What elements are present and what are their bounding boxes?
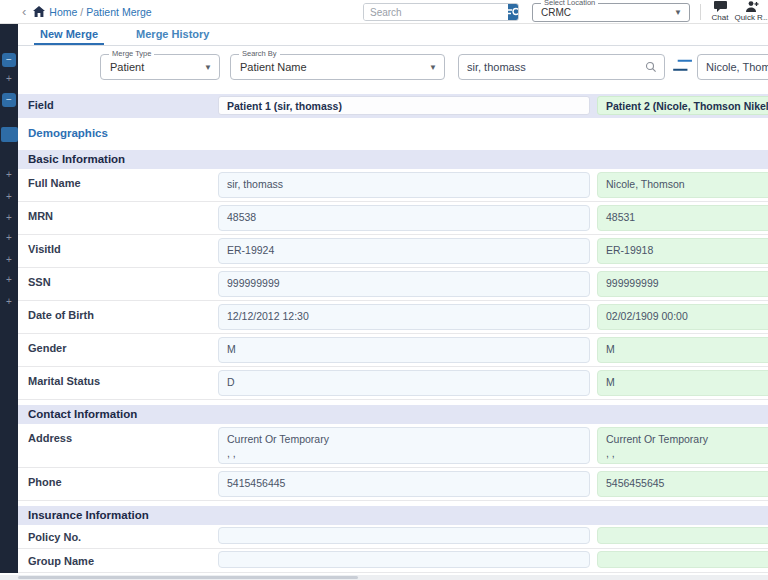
patient2-value[interactable]: M [597, 337, 768, 363]
patient2-cell: M [597, 370, 768, 396]
patient1-value[interactable] [218, 551, 590, 568]
section-header: Insurance Information [18, 506, 768, 525]
patient2-cell: 48531 [597, 205, 768, 231]
field-row: Policy No. [18, 525, 768, 549]
quick-register-button[interactable]: Quick R... [735, 1, 768, 22]
field-label: Gender [18, 337, 218, 354]
chat-icon [714, 1, 727, 12]
chat-button[interactable]: Chat [703, 1, 737, 22]
patient2-cell [597, 551, 768, 568]
patient1-value[interactable]: sir, thomass [218, 172, 590, 198]
merge-controls: Merge Type Patient ▼ Search By Patient N… [18, 46, 768, 84]
patient2-value[interactable]: 02/02/1909 00:00 [597, 304, 768, 330]
tab-merge-history[interactable]: Merge History [130, 24, 215, 45]
field-label: SSN [18, 271, 218, 288]
field-row: Full Namesir, thomassNicole, Thomson [18, 169, 768, 202]
patient2-value[interactable]: 48531 [597, 205, 768, 231]
patient1-value[interactable]: 48538 [218, 205, 590, 231]
patient2-cell [597, 527, 768, 544]
patient1-cell: M [218, 337, 590, 363]
patient1-value[interactable]: 999999999 [218, 271, 590, 297]
patient1-cell [218, 551, 590, 568]
field-label: Date of Birth [18, 304, 218, 321]
patient1-value[interactable]: D [218, 370, 590, 396]
scrollbar-thumb[interactable] [18, 576, 358, 579]
sidebar: −+−+++++++ [0, 24, 18, 573]
patient2-value[interactable]: 5456455645 [597, 471, 768, 497]
merge-content: Merge Type Patient ▼ Search By Patient N… [18, 46, 768, 575]
field-label: Address [18, 427, 218, 444]
compare-grid-header: Field Patient 1 (sir, thomass) Patient 2… [18, 94, 768, 118]
patient2-value[interactable]: Nicole, Thomson [597, 172, 768, 198]
field-row: Marital StatusDM [18, 367, 768, 400]
active-section-bar-icon[interactable] [1, 127, 18, 142]
expand-plus-icon[interactable]: + [0, 297, 18, 307]
global-search [363, 3, 519, 21]
patient1-value[interactable]: 5415456445 [218, 471, 590, 497]
expand-plus-icon[interactable]: + [0, 213, 18, 223]
merge-type-label: Merge Type [109, 50, 154, 58]
patient2-value[interactable] [597, 551, 768, 568]
merge-type-select[interactable]: Merge Type Patient ▼ [100, 54, 220, 80]
back-chevron-icon[interactable]: ‹ [22, 5, 26, 18]
collapse-minus-icon[interactable]: − [2, 93, 16, 107]
expand-plus-icon[interactable]: + [0, 255, 18, 265]
field-label: Marital Status [18, 370, 218, 387]
demographics-link[interactable]: Demographics [18, 118, 138, 147]
global-search-input[interactable] [364, 4, 508, 20]
patient2-search-input[interactable] [698, 61, 768, 73]
expand-plus-icon[interactable]: + [0, 170, 18, 180]
horizontal-scrollbar[interactable] [0, 575, 768, 580]
patient1-cell: 48538 [218, 205, 590, 231]
expand-plus-icon[interactable]: + [0, 74, 18, 84]
tab-new-merge[interactable]: New Merge [34, 24, 104, 45]
location-select[interactable]: Select Location CRMC ▼ [532, 3, 690, 22]
patient2-cell: Current Or Temporary, , [597, 427, 768, 464]
patient1-value[interactable]: Current Or Temporary, , [218, 427, 590, 464]
home-icon[interactable] [33, 6, 45, 17]
swap-patients-icon[interactable] [672, 59, 693, 74]
patient1-cell: 12/12/2012 12:30 [218, 304, 590, 330]
breadcrumb-home[interactable]: Home [49, 6, 77, 18]
field-label: Policy No. [18, 527, 218, 543]
expand-plus-icon[interactable]: + [0, 275, 18, 285]
patient1-column-header: Patient 1 (sir, thomass) [218, 96, 590, 115]
patient2-value[interactable]: ER-19918 [597, 238, 768, 264]
patient1-cell: 999999999 [218, 271, 590, 297]
patient1-value[interactable]: 12/12/2012 12:30 [218, 304, 590, 330]
patient1-value[interactable]: ER-19924 [218, 238, 590, 264]
field-label: MRN [18, 205, 218, 222]
patient2-value[interactable] [597, 527, 768, 544]
section-header: Basic Information [18, 150, 768, 169]
search-by-select[interactable]: Search By Patient Name ▼ [230, 54, 445, 80]
chevron-down-icon: ▼ [204, 63, 219, 72]
patient1-cell: Current Or Temporary, , [218, 427, 590, 464]
patient1-search-field [458, 54, 665, 80]
patient1-cell: sir, thomass [218, 172, 590, 198]
patient2-column-header: Patient 2 (Nicole, Thomson Nikelc) [597, 96, 768, 115]
chevron-down-icon: ▼ [429, 63, 444, 72]
collapse-minus-icon[interactable]: − [2, 53, 16, 67]
patient2-value[interactable]: Current Or Temporary, , [597, 427, 768, 464]
quick-register-label: Quick R... [734, 13, 768, 22]
field-row: AddressCurrent Or Temporary, ,Current Or… [18, 424, 768, 468]
patient2-value[interactable]: M [597, 370, 768, 396]
patient1-value[interactable]: M [218, 337, 590, 363]
expand-plus-icon[interactable]: + [0, 233, 18, 243]
patient2-cell: 999999999 [597, 271, 768, 297]
patient2-cell: ER-19918 [597, 238, 768, 264]
breadcrumb-current: Patient Merge [86, 6, 151, 18]
patient1-search-input[interactable] [459, 61, 645, 73]
field-label: Group Name [18, 551, 218, 567]
expand-plus-icon[interactable]: + [0, 192, 18, 202]
global-search-button[interactable] [508, 4, 519, 20]
field-row: GenderMM [18, 334, 768, 367]
field-label: Full Name [18, 172, 218, 189]
person-plus-icon [745, 1, 759, 12]
location-select-label: Select Location [541, 0, 598, 7]
patient1-value[interactable] [218, 527, 590, 544]
search-icon[interactable] [645, 61, 657, 73]
patient1-cell: 5415456445 [218, 471, 590, 497]
patient2-value[interactable]: 999999999 [597, 271, 768, 297]
search-icon [508, 7, 519, 18]
